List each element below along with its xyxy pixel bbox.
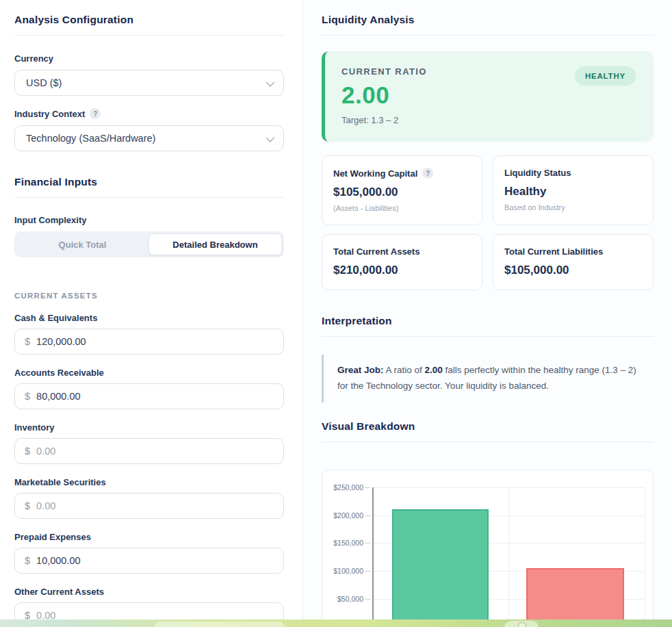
liquidity-status-note: Based on Industry	[504, 203, 642, 212]
interpretation-quote: Great Job: A ratio of 2.00 falls perfect…	[322, 355, 643, 402]
y-axis-tick-mark	[365, 487, 370, 488]
help-icon[interactable]: ?	[422, 168, 433, 179]
toggle-quick-total[interactable]: Quick Total	[16, 233, 148, 255]
y-axis-line	[372, 487, 374, 627]
net-working-capital-note: (Assets - Liabilities)	[333, 204, 471, 212]
interpretation-lead: Great Job:	[337, 365, 384, 375]
field-cash-equivalents: Cash & Equivalents $ 120,000.00	[14, 313, 284, 355]
y-axis-tick-mark	[365, 599, 370, 600]
clock-icon	[518, 622, 526, 627]
analysis-configuration-panel: Analysis Configuration Currency USD ($) …	[0, 0, 303, 627]
liquidity-analysis-panel: Liquidity Analysis CURRENT RATIO 2.00 Ta…	[303, 0, 672, 627]
banner-pill	[154, 622, 285, 627]
currency-prefix: $	[25, 500, 30, 511]
liquidity-status-value: Healthy	[504, 185, 642, 199]
y-axis-tick-mark	[365, 543, 370, 543]
chevron-down-icon	[266, 77, 275, 86]
industry-select[interactable]: Technology (SaaS/Hardware)	[14, 125, 284, 151]
bottom-banner-edge	[0, 619, 672, 627]
liquidity-status-card: Liquidity Status Healthy Based on Indust…	[493, 155, 654, 225]
input-complexity-label: Input Complexity	[14, 215, 284, 225]
accounts-receivable-input[interactable]: $ 80,000.00	[14, 383, 284, 409]
liquidity-status-title: Liquidity Status	[504, 168, 642, 178]
cash-equivalents-input[interactable]: $ 120,000.00	[14, 329, 284, 355]
marketable-securities-label: Marketable Securities	[14, 477, 284, 487]
total-current-liabilities-card: Total Current Liabilities $105,000.00	[493, 234, 654, 290]
total-current-assets-value: $210,000.00	[333, 264, 471, 277]
bar-current-liabilities	[526, 568, 624, 627]
total-current-assets-card: Total Current Assets $210,000.00	[322, 234, 482, 290]
currency-prefix: $	[25, 555, 30, 566]
total-current-liabilities-value: $105,000.00	[504, 264, 642, 277]
accounts-receivable-label: Accounts Receivable	[14, 368, 284, 378]
currency-prefix: $	[25, 391, 30, 402]
cash-equivalents-label: Cash & Equivalents	[14, 313, 284, 323]
inventory-input[interactable]: $ 0.00	[14, 438, 284, 464]
net-working-capital-card: Net Working Capital ? $105,000.00 (Asset…	[322, 155, 482, 225]
industry-context-label: Industry Context ?	[14, 108, 284, 119]
y-axis-tick-label: $50,000	[322, 595, 363, 603]
liquidity-analysis-title: Liquidity Analysis	[322, 14, 654, 36]
vertical-gridline	[645, 487, 645, 627]
current-assets-section-header: CURRENT ASSETS	[14, 292, 284, 300]
net-working-capital-value: $105,000.00	[333, 185, 471, 199]
help-icon[interactable]: ?	[90, 108, 101, 119]
analysis-configuration-title: Analysis Configuration	[14, 14, 284, 36]
bar-current-assets	[392, 509, 489, 627]
currency-prefix: $	[25, 446, 30, 457]
currency-selected-value: USD ($)	[26, 77, 266, 88]
y-axis-tick-mark	[365, 515, 370, 516]
y-axis-tick-mark	[365, 571, 370, 572]
y-axis-tick-label: $200,000	[322, 511, 363, 520]
total-current-assets-title: Total Current Assets	[333, 246, 471, 257]
currency-select[interactable]: USD ($)	[14, 70, 284, 96]
current-ratio-value: 2.00	[341, 81, 637, 109]
net-working-capital-title: Net Working Capital ?	[333, 168, 471, 179]
banner-icon-button[interactable]	[504, 621, 539, 627]
metrics-grid: Net Working Capital ? $105,000.00 (Asset…	[322, 155, 654, 290]
interpretation-title: Interpretation	[322, 315, 654, 337]
status-badge: HEALTHY	[575, 66, 636, 86]
field-marketable-securities: Marketable Securities $ 0.00	[14, 477, 284, 519]
field-accounts-receivable: Accounts Receivable $ 80,000.00	[14, 368, 284, 409]
current-ratio-target: Target: 1.3 – 2	[341, 115, 637, 125]
chevron-down-icon	[266, 133, 275, 142]
input-complexity-toggle: Quick Total Detailed Breakdown	[14, 231, 284, 257]
marketable-securities-input[interactable]: $ 0.00	[14, 493, 284, 519]
prepaid-expenses-input[interactable]: $ 10,000.00	[14, 548, 284, 574]
field-inventory: Inventory $ 0.00	[14, 422, 284, 464]
total-current-liabilities-title: Total Current Liabilities	[504, 246, 642, 257]
toggle-detailed-breakdown[interactable]: Detailed Breakdown	[148, 233, 282, 255]
visual-breakdown-title: Visual Breakdown	[322, 420, 654, 442]
current-ratio-card: CURRENT RATIO 2.00 Target: 1.3 – 2 HEALT…	[322, 51, 654, 142]
prepaid-expenses-label: Prepaid Expenses	[14, 532, 284, 542]
vertical-gridline	[508, 487, 509, 627]
industry-selected-value: Technology (SaaS/Hardware)	[26, 133, 266, 144]
y-axis-tick-label: $100,000	[322, 567, 363, 575]
other-current-assets-label: Other Current Assets	[14, 587, 284, 597]
currency-label: Currency	[14, 53, 284, 64]
currency-prefix: $	[25, 336, 30, 347]
liquidity-analysis-app: Analysis Configuration Currency USD ($) …	[0, 0, 672, 627]
breakdown-bar-chart: $250,000$200,000$150,000$100,000$50,000	[322, 470, 654, 627]
y-axis-tick-label: $150,000	[322, 539, 363, 547]
inventory-label: Inventory	[14, 422, 284, 433]
y-axis-tick-label: $250,000	[322, 483, 363, 491]
field-prepaid-expenses: Prepaid Expenses $ 10,000.00	[14, 532, 284, 574]
interpretation-ratio: 2.00	[425, 365, 443, 375]
financial-inputs-title: Financial Inputs	[14, 176, 284, 198]
